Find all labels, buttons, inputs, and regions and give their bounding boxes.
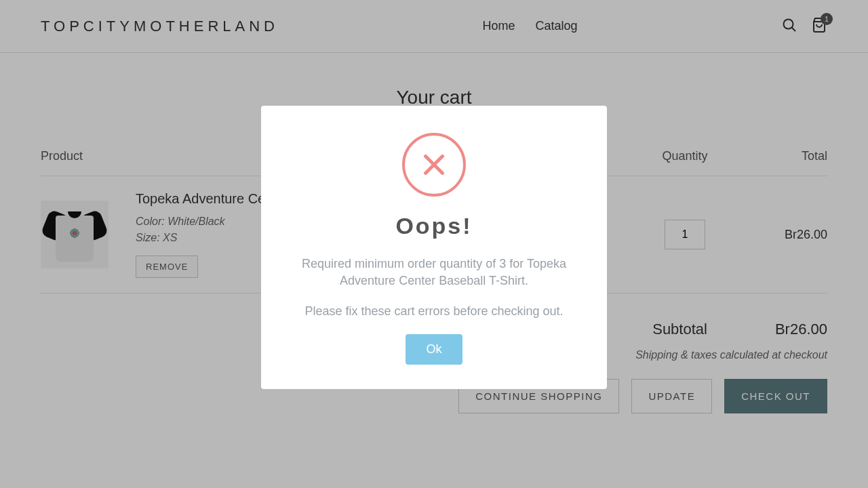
error-icon — [402, 133, 466, 197]
ok-button[interactable]: Ok — [406, 334, 462, 365]
modal-overlay[interactable]: Oops! Required minimum order quantity of… — [0, 0, 868, 488]
modal-title: Oops! — [285, 213, 583, 239]
modal-message-1: Required minimum order quantity of 3 for… — [285, 256, 583, 289]
error-modal: Oops! Required minimum order quantity of… — [261, 106, 607, 389]
modal-message-2: Please fix these cart errors before chec… — [285, 303, 583, 320]
